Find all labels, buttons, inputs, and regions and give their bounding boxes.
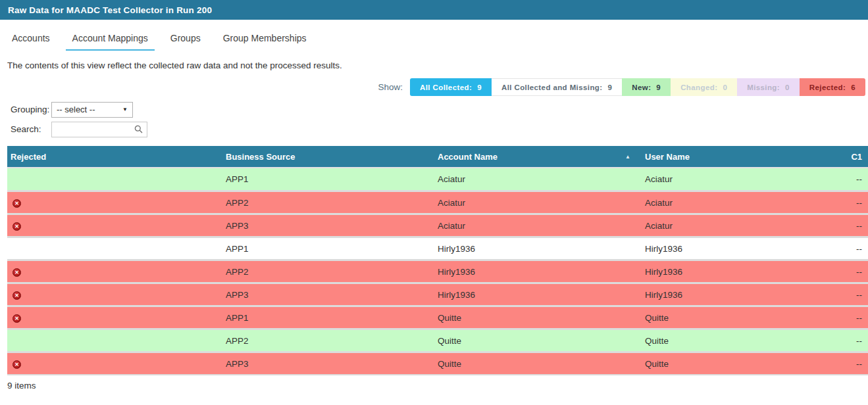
- column-header-business-source[interactable]: Business Source: [222, 152, 434, 162]
- account-name-cell: Hirly1936: [434, 290, 642, 300]
- filter-button-label: New:: [632, 83, 651, 91]
- c1-cell: --: [842, 221, 868, 231]
- grouping-label: Grouping:: [11, 105, 51, 114]
- tab-bar: Accounts Account Mappings Groups Group M…: [4, 28, 868, 51]
- rejected-cell: ✕: [7, 358, 222, 369]
- c1-cell: --: [842, 336, 868, 346]
- rejected-icon: ✕: [13, 291, 21, 300]
- user-name-cell: Quitte: [642, 336, 842, 346]
- rejected-icon: ✕: [13, 360, 21, 369]
- tab-group-memberships[interactable]: Group Memberships: [215, 28, 315, 51]
- filter-button-label: All Collected and Missing:: [501, 83, 603, 91]
- column-header-user-name[interactable]: User Name: [642, 152, 842, 162]
- search-input[interactable]: [52, 122, 134, 137]
- table-row[interactable]: ✕ APP3 Quitte Quitte --: [7, 351, 868, 374]
- window-titlebar: Raw Data for MAADC Test Collector in Run…: [0, 0, 868, 20]
- c1-cell: --: [842, 359, 868, 369]
- user-name-cell: Aciatur: [642, 221, 842, 231]
- c1-cell: --: [842, 174, 868, 184]
- column-header-rejected[interactable]: Rejected: [7, 152, 222, 162]
- filter-button-count: 6: [851, 83, 855, 91]
- user-name-cell: Hirly1936: [642, 267, 842, 277]
- account-name-cell: Quitte: [434, 336, 642, 346]
- tab-label: Account Mappings: [72, 33, 148, 43]
- search-box: [51, 122, 147, 137]
- filter-button-count: 0: [785, 83, 790, 91]
- rejected-icon: ✕: [13, 199, 21, 208]
- filter-button-label: All Collected:: [420, 83, 472, 91]
- rejected-cell: ✕: [7, 266, 222, 277]
- table-row[interactable]: ✕ APP2 Aciatur Aciatur --: [7, 190, 868, 213]
- window-title: Raw Data for MAADC Test Collector in Run…: [8, 5, 212, 15]
- table-row[interactable]: ✕ APP1 Hirly1936 Hirly1936 --: [7, 236, 868, 259]
- user-name-cell: Quitte: [642, 359, 842, 369]
- user-name-cell: Hirly1936: [642, 244, 842, 254]
- c1-cell: --: [842, 244, 868, 254]
- business-source-cell: APP3: [222, 359, 434, 369]
- business-source-cell: APP1: [222, 244, 434, 254]
- tab-label: Groups: [170, 33, 201, 43]
- user-name-cell: Aciatur: [642, 174, 842, 184]
- show-label: Show:: [378, 82, 403, 92]
- column-header-account-name[interactable]: Account Name ▲: [434, 152, 642, 162]
- search-icon[interactable]: [134, 125, 147, 133]
- user-name-cell: Quitte: [642, 313, 842, 323]
- rejected-icon: ✕: [13, 222, 21, 231]
- filter-button-count: 9: [656, 83, 661, 91]
- grouping-selected-value: -- select --: [57, 105, 95, 114]
- rejected-cell: ✕: [7, 289, 222, 300]
- c1-cell: --: [842, 290, 868, 300]
- column-header-c1[interactable]: C1: [842, 152, 868, 162]
- c1-cell: --: [842, 198, 868, 208]
- tab-account-mappings[interactable]: Account Mappings: [64, 28, 156, 51]
- filter-button-new[interactable]: New: 9: [622, 78, 671, 96]
- show-filter-row: Show: All Collected: 9 All Collected and…: [0, 78, 868, 96]
- filter-button-rejected[interactable]: Rejected: 6: [800, 78, 865, 96]
- business-source-cell: APP2: [222, 336, 434, 346]
- c1-cell: --: [842, 267, 868, 277]
- business-source-cell: APP1: [222, 174, 434, 184]
- filter-button-all-collected[interactable]: All Collected: 9: [410, 78, 492, 96]
- chevron-down-icon: ▼: [122, 107, 128, 112]
- tab-label: Accounts: [12, 33, 50, 43]
- sort-ascending-icon[interactable]: ▲: [625, 154, 630, 160]
- table-row[interactable]: ✕ APP3 Hirly1936 Hirly1936 --: [7, 282, 868, 305]
- filter-button-missing[interactable]: Missing: 0: [737, 78, 800, 96]
- filter-button-all-collected-and-missing[interactable]: All Collected and Missing: 9: [492, 78, 622, 96]
- business-source-cell: APP1: [222, 313, 434, 323]
- account-name-cell: Aciatur: [434, 221, 642, 231]
- search-label: Search:: [11, 124, 51, 134]
- table-row[interactable]: ✕ APP3 Aciatur Aciatur --: [7, 213, 868, 236]
- table-row[interactable]: ✕ APP1 Aciatur Aciatur --: [7, 167, 868, 190]
- account-name-cell: Aciatur: [434, 198, 642, 208]
- filter-button-group: All Collected: 9 All Collected and Missi…: [410, 78, 865, 96]
- account-name-cell: Hirly1936: [434, 244, 642, 254]
- account-name-cell: Hirly1936: [434, 267, 642, 277]
- account-name-cell: Aciatur: [434, 174, 642, 184]
- rejected-cell: ✕: [7, 197, 222, 208]
- tab-accounts[interactable]: Accounts: [4, 28, 58, 51]
- business-source-cell: APP3: [222, 290, 434, 300]
- c1-cell: --: [842, 313, 868, 323]
- table-row[interactable]: ✕ APP2 Hirly1936 Hirly1936 --: [7, 259, 868, 282]
- rejected-cell: ✕: [7, 312, 222, 323]
- filter-button-count: 9: [607, 83, 612, 91]
- account-name-cell: Quitte: [434, 313, 642, 323]
- table-row[interactable]: ✕ APP1 Quitte Quitte --: [7, 305, 868, 328]
- rejected-icon: ✕: [13, 314, 21, 323]
- table-row[interactable]: ✕ APP2 Quitte Quitte --: [7, 328, 868, 351]
- grouping-row: Grouping: -- select -- ▼: [11, 101, 868, 118]
- user-name-cell: Hirly1936: [642, 290, 842, 300]
- table-header-row: Rejected Business Source Account Name ▲ …: [7, 146, 868, 167]
- account-name-cell: Quitte: [434, 359, 642, 369]
- business-source-cell: APP3: [222, 221, 434, 231]
- table-body: ✕ APP1 Aciatur Aciatur -- ✕ APP2 Aciatur…: [7, 167, 868, 375]
- filter-button-count: 9: [477, 83, 482, 91]
- business-source-cell: APP2: [222, 267, 434, 277]
- tab-groups[interactable]: Groups: [163, 28, 209, 51]
- filter-button-label: Missing:: [747, 83, 780, 91]
- search-row: Search:: [11, 121, 868, 137]
- grouping-select[interactable]: -- select -- ▼: [51, 102, 133, 118]
- filter-button-changed[interactable]: Changed: 0: [671, 78, 737, 96]
- controls: Grouping: -- select -- ▼ Search:: [11, 101, 868, 137]
